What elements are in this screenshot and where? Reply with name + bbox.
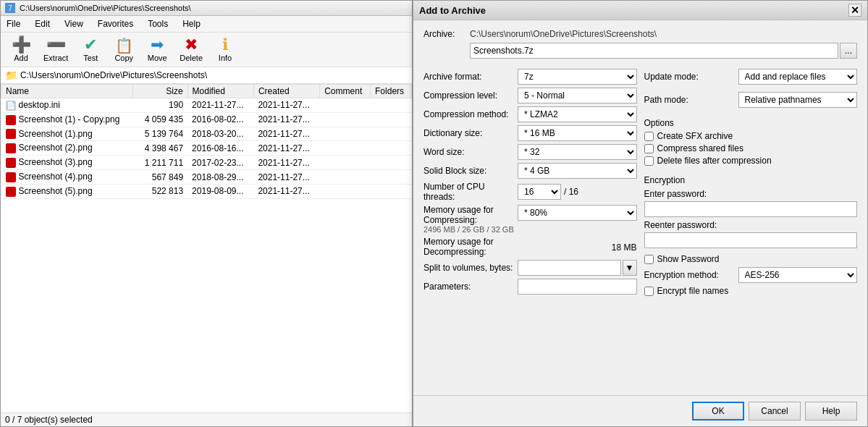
file-name: Screenshot (1).png <box>1 127 133 141</box>
dialog-body: Archive: C:\Users\norum\OneDrive\Picture… <box>413 20 867 395</box>
menu-edit[interactable]: Edit <box>32 17 53 30</box>
method-row: Compression method: * LZMA2LZMA <box>424 106 637 122</box>
encrypt-names-checkbox[interactable] <box>644 287 654 296</box>
menu-favorites[interactable]: Favorites <box>95 17 136 30</box>
col-size[interactable]: Size <box>133 85 187 98</box>
fm-filelist[interactable]: Name Size Modified Created Comment Folde… <box>1 84 412 413</box>
file-folders <box>371 184 412 198</box>
file-modified: 2016-08-16... <box>187 141 253 156</box>
compress-shared-checkbox[interactable] <box>644 144 654 153</box>
compress-shared-row: Compress shared files <box>644 143 858 153</box>
ok-button[interactable]: OK <box>692 402 744 420</box>
solid-row: Solid Block size: * 4 GB1 GB <box>424 163 637 179</box>
word-label: Word size: <box>424 147 518 157</box>
file-modified: 2017-02-23... <box>187 156 253 170</box>
archive-row: Archive: C:\Users\norum\OneDrive\Picture… <box>424 28 857 59</box>
compression-select[interactable]: 5 - Normal0 - Store9 - Ultra <box>518 88 637 103</box>
col-created[interactable]: Created <box>253 85 319 98</box>
memory-compress-row: Memory usage for Compressing: 2496 MB / … <box>424 205 637 234</box>
delete-after-checkbox[interactable] <box>644 156 654 166</box>
params-input[interactable] <box>518 279 637 295</box>
file-size: 5 139 764 <box>133 127 187 141</box>
word-row: Word size: * 3264 <box>424 144 637 160</box>
table-row[interactable]: Screenshot (1).png 5 139 764 2018-03-20.… <box>1 127 412 141</box>
browse-button[interactable]: ... <box>840 43 857 59</box>
delete-icon: ✖ <box>185 37 198 53</box>
file-modified: 2019-08-09... <box>187 184 253 198</box>
col-name[interactable]: Name <box>1 85 133 98</box>
solid-control: * 4 GB1 GB <box>518 163 637 179</box>
word-select[interactable]: * 3264 <box>518 144 637 160</box>
col-comment[interactable]: Comment <box>320 85 371 98</box>
menu-view[interactable]: View <box>62 17 86 30</box>
toolbar-add[interactable]: ➕ Add <box>5 35 37 64</box>
cpu-select[interactable]: 1684 <box>518 184 561 200</box>
reenter-password-label: Reenter password: <box>644 220 858 230</box>
table-row[interactable]: Screenshot (5).png 522 813 2019-08-09...… <box>1 184 412 198</box>
toolbar-extract[interactable]: ➖ Extract <box>38 35 73 64</box>
col-folders[interactable]: Folders <box>371 85 412 98</box>
format-select[interactable]: 7zziptar <box>518 69 637 85</box>
compression-control: 5 - Normal0 - Store9 - Ultra <box>518 88 637 103</box>
table-row[interactable]: Screenshot (1) - Copy.png 4 059 435 2016… <box>1 112 412 127</box>
toolbar-info[interactable]: ℹ Info <box>209 35 241 64</box>
file-created: 2021-11-27... <box>253 170 319 185</box>
file-modified: 2018-03-20... <box>187 127 253 141</box>
delete-after-label: Delete files after compression <box>657 156 772 166</box>
enc-method-select[interactable]: AES-256ZipCrypto <box>738 267 858 283</box>
copy-label: Copy <box>114 54 133 62</box>
show-password-checkbox[interactable] <box>644 255 654 264</box>
split-label: Split to volumes, bytes: <box>424 263 518 273</box>
archive-filename-input[interactable] <box>470 43 838 59</box>
table-row[interactable]: Screenshot (3).png 1 211 711 2017-02-23.… <box>1 156 412 170</box>
options-section: Options Create SFX archive Compress shar… <box>644 118 858 168</box>
dict-select[interactable]: * 16 MB32 MB <box>518 125 637 141</box>
menu-file[interactable]: File <box>4 17 23 30</box>
pathmode-select[interactable]: Relative pathnames Full pathnames <box>738 92 858 108</box>
toolbar-delete[interactable]: ✖ Delete <box>174 35 208 64</box>
file-created: 2021-11-27... <box>253 98 319 113</box>
col-modified[interactable]: Modified <box>187 85 253 98</box>
method-select[interactable]: * LZMA2LZMA <box>518 106 637 122</box>
pathmode-control: Relative pathnames Full pathnames <box>738 92 858 108</box>
fm-app-icon: 7 <box>5 3 15 13</box>
file-folders <box>371 112 412 127</box>
file-size: 522 813 <box>133 184 187 198</box>
memory-compress-select[interactable]: * 80%50% <box>518 205 637 221</box>
file-folders <box>371 141 412 156</box>
file-comment <box>320 170 371 185</box>
dict-control: * 16 MB32 MB <box>518 125 637 141</box>
table-row[interactable]: 📄desktop.ini 190 2021-11-27... 2021-11-2… <box>1 98 412 113</box>
update-select[interactable]: Add and replace files Update and add fil… <box>738 69 858 85</box>
cpu-control: 1684 / 16 <box>518 184 637 200</box>
toolbar-test[interactable]: ✔ Test <box>75 35 106 64</box>
file-modified: 2018-08-29... <box>187 170 253 185</box>
split-input[interactable] <box>518 260 621 276</box>
table-row[interactable]: Screenshot (2).png 4 398 467 2016-08-16.… <box>1 141 412 156</box>
fm-toolbar: ➕ Add ➖ Extract ✔ Test 📋 Copy ➡ Move ✖ D… <box>1 33 412 67</box>
reenter-password-input[interactable] <box>644 232 858 248</box>
file-type-icon <box>6 158 16 168</box>
help-button[interactable]: Help <box>805 402 857 420</box>
file-folders <box>371 127 412 141</box>
toolbar-copy[interactable]: 📋 Copy <box>108 36 140 64</box>
enc-method-row: Encryption method: AES-256ZipCrypto <box>644 267 858 283</box>
status-text: 0 / 7 object(s) selected <box>5 415 93 425</box>
create-sfx-checkbox[interactable] <box>644 132 654 141</box>
create-sfx-row: Create SFX archive <box>644 131 858 141</box>
menu-help[interactable]: Help <box>180 17 203 30</box>
memory-decompress-row: Memory usage for Decompressing: 18 MB <box>424 237 637 257</box>
menu-tools[interactable]: Tools <box>145 17 171 30</box>
table-row[interactable]: Screenshot (4).png 567 849 2018-08-29...… <box>1 170 412 185</box>
file-size: 4 398 467 <box>133 141 187 156</box>
dialog-footer: OK Cancel Help <box>413 395 867 426</box>
split-dropdown-btn[interactable]: ▼ <box>623 260 637 276</box>
cancel-button[interactable]: Cancel <box>749 402 801 420</box>
solid-select[interactable]: * 4 GB1 GB <box>518 163 637 179</box>
options-title: Options <box>644 118 858 128</box>
delete-label: Delete <box>180 54 203 62</box>
close-button[interactable]: ✕ <box>848 4 861 17</box>
toolbar-move[interactable]: ➡ Move <box>141 35 173 64</box>
archive-fields: C:\Users\norum\OneDrive\Pictures\Screens… <box>470 28 857 59</box>
enter-password-input[interactable] <box>644 201 858 217</box>
